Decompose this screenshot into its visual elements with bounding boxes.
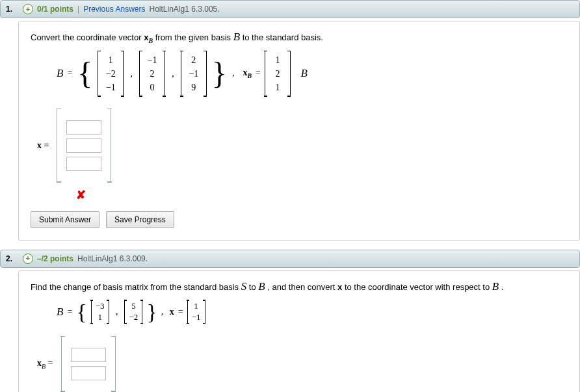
wrong-icon: ✘ (31, 188, 568, 202)
basis-vector-3: 2−19 (181, 51, 207, 97)
separator: | (77, 5, 79, 14)
brace-left-icon: { (76, 64, 94, 83)
comma: , (127, 68, 135, 79)
prompt-text: from the given basis (155, 33, 233, 42)
prompt-text: Find the change of basis matrix from the… (31, 282, 241, 292)
question-body-1: Convert the coordinate vector xB from th… (18, 21, 580, 241)
basis-S: S (241, 280, 247, 293)
question-header-2: 2. + –/2 points HoltLinAlg1 6.3.009. (0, 250, 580, 268)
trail-B: B (300, 67, 307, 80)
xB-vector: 121 (265, 51, 291, 97)
question-ref: HoltLinAlg1 6.3.005. (150, 5, 220, 14)
comma: , (161, 307, 166, 317)
xB-label: xB (243, 68, 252, 79)
equals: = (178, 307, 183, 317)
answer-area-1: x = (31, 109, 568, 183)
basis-definition: B = { 1−2−1 , −120 , 2−19 } , xB = 121 B (31, 51, 568, 97)
brace-left-icon: { (76, 300, 86, 324)
question-prompt: Find the change of basis matrix from the… (31, 280, 568, 293)
basis-B: B (233, 31, 240, 43)
answer-input-2[interactable] (66, 138, 101, 153)
comma: , (169, 68, 177, 79)
basis-definition-2: B = { −31 , 5−2 } , x = 1−1 (31, 300, 568, 324)
question-prompt: Convert the coordinate vector xB from th… (31, 31, 568, 44)
question-number: 1. (6, 5, 19, 14)
equals: = (67, 307, 72, 317)
points-text: 0/1 points (37, 5, 73, 14)
x-equals-label: x = (37, 140, 49, 151)
save-progress-button[interactable]: Save Progress (106, 211, 174, 228)
expand-icon[interactable]: + (23, 254, 33, 264)
spacer (295, 68, 297, 79)
answer-input-3[interactable] (66, 157, 101, 171)
vector-xB: xB (144, 33, 153, 42)
answer-input-2[interactable] (71, 366, 106, 380)
basis-vector-1: 1−2−1 (98, 51, 124, 97)
x-label: x (170, 307, 174, 317)
basis-vector-2: −120 (139, 51, 165, 97)
submit-answer-button[interactable]: Submit Answer (31, 211, 99, 228)
prompt-text: Convert the coordinate vector (31, 33, 144, 42)
basis-vector-2: 5−2 (124, 300, 142, 324)
comma: , (113, 306, 121, 317)
basis-B: B (258, 280, 265, 293)
points-text: –/2 points (37, 254, 73, 263)
question-body-2: Find the change of basis matrix from the… (18, 270, 580, 392)
equals: = (67, 68, 72, 79)
answer-vector-bracket (61, 336, 116, 392)
brace-right-icon: } (211, 64, 228, 83)
brace-right-icon: } (146, 300, 157, 324)
prompt-text: to the standard basis. (243, 33, 323, 42)
prompt-text: to (249, 282, 258, 292)
question-number: 2. (6, 254, 19, 263)
expand-icon[interactable]: + (23, 4, 33, 14)
xB-equals-label: xB = (37, 358, 53, 370)
answer-input-1[interactable] (71, 348, 106, 362)
previous-answers-link[interactable]: Previous Answers (83, 5, 145, 14)
x-vector: 1−1 (187, 300, 205, 324)
basis-B: B (492, 280, 499, 293)
comma: , (232, 68, 239, 79)
button-row: Submit Answer Save Progress (31, 211, 568, 228)
prompt-text: , and then convert (267, 282, 337, 292)
answer-area-2: xB = (31, 336, 568, 392)
prompt-text: to the coordinate vector with respect to (345, 282, 492, 292)
answer-input-1[interactable] (66, 120, 101, 135)
equals: = (256, 68, 261, 79)
vector-x: x (337, 282, 342, 292)
question-ref: HoltLinAlg1 6.3.009. (77, 254, 148, 263)
answer-vector-bracket (57, 109, 111, 183)
question-header-1: 1. + 0/1 points | Previous Answers HoltL… (0, 0, 580, 18)
prompt-text: . (501, 282, 504, 292)
B-symbol: B (57, 306, 63, 319)
basis-vector-1: −31 (91, 300, 109, 324)
B-symbol: B (57, 67, 63, 80)
